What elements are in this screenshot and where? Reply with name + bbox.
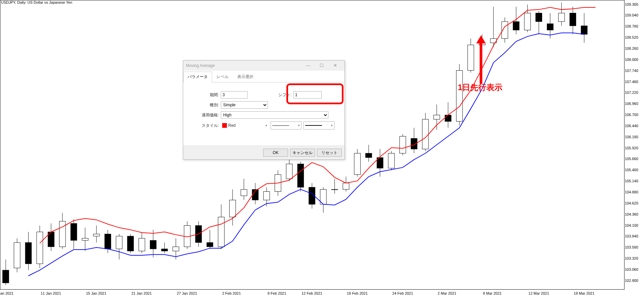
method-label: 種別: bbox=[190, 102, 219, 108]
svg-rect-79 bbox=[445, 115, 451, 121]
shift-highlight bbox=[286, 83, 344, 104]
svg-rect-101 bbox=[570, 13, 576, 26]
svg-rect-5 bbox=[25, 243, 32, 264]
y-axis: 109.300109.040108.780108.520108.260108.0… bbox=[625, 0, 644, 290]
period-input[interactable] bbox=[221, 91, 248, 99]
line-style-select[interactable]: ▾ bbox=[271, 121, 301, 129]
svg-rect-15 bbox=[82, 238, 88, 240]
svg-rect-97 bbox=[547, 24, 554, 30]
svg-rect-1 bbox=[3, 270, 9, 283]
svg-rect-37 bbox=[207, 243, 213, 247]
svg-rect-83 bbox=[468, 45, 474, 71]
svg-rect-75 bbox=[422, 119, 429, 149]
svg-rect-81 bbox=[456, 70, 463, 121]
apply-label: 適用価格: bbox=[190, 112, 219, 118]
lead-arrow-icon bbox=[476, 35, 486, 84]
svg-rect-41 bbox=[230, 200, 236, 217]
svg-rect-19 bbox=[105, 234, 111, 249]
close-icon[interactable]: ✕ bbox=[328, 61, 342, 71]
svg-rect-71 bbox=[400, 136, 406, 153]
svg-rect-95 bbox=[536, 13, 542, 22]
svg-rect-53 bbox=[297, 164, 304, 187]
svg-rect-7 bbox=[37, 232, 43, 264]
dialog-title: Moving Average bbox=[186, 61, 301, 71]
svg-rect-43 bbox=[241, 189, 247, 196]
svg-rect-21 bbox=[116, 236, 122, 249]
lead-arrow-label: 1日先行表示 bbox=[458, 82, 502, 93]
period-label: 期間: bbox=[190, 92, 219, 98]
moving-average-dialog: Moving Average — ☐ ✕ パラメータ レベル 表示選択 期間: … bbox=[183, 60, 345, 160]
svg-rect-25 bbox=[139, 238, 145, 251]
svg-rect-23 bbox=[127, 236, 134, 251]
svg-rect-17 bbox=[93, 234, 100, 236]
reset-button[interactable]: リセット bbox=[317, 149, 342, 157]
svg-rect-27 bbox=[150, 240, 156, 249]
svg-rect-59 bbox=[331, 189, 338, 190]
svg-rect-31 bbox=[173, 247, 179, 251]
svg-rect-61 bbox=[343, 183, 349, 189]
apply-select[interactable]: High bbox=[221, 111, 328, 119]
svg-rect-3 bbox=[14, 243, 20, 268]
dialog-tabs: パラメータ レベル 表示選択 bbox=[183, 71, 345, 82]
svg-rect-65 bbox=[366, 153, 372, 158]
svg-rect-51 bbox=[286, 164, 292, 179]
svg-rect-39 bbox=[218, 217, 225, 247]
dialog-titlebar[interactable]: Moving Average — ☐ ✕ bbox=[183, 61, 345, 71]
svg-rect-103 bbox=[581, 26, 588, 34]
svg-rect-63 bbox=[354, 153, 361, 175]
svg-rect-93 bbox=[524, 13, 531, 30]
minimize-icon[interactable]: — bbox=[301, 61, 315, 71]
maximize-icon[interactable]: ☐ bbox=[315, 61, 328, 71]
chart-title: USDJPY, Daily: US Dollar vs Japanese Yen bbox=[1, 0, 72, 4]
svg-rect-77 bbox=[434, 115, 440, 119]
svg-rect-99 bbox=[558, 13, 565, 22]
tab-levels[interactable]: レベル bbox=[212, 72, 233, 82]
method-select[interactable]: Simple bbox=[221, 101, 268, 109]
svg-rect-29 bbox=[161, 249, 168, 251]
line-width-select[interactable]: ▾ bbox=[304, 121, 334, 129]
svg-rect-47 bbox=[264, 191, 270, 200]
tab-parameters[interactable]: パラメータ bbox=[183, 72, 212, 82]
svg-rect-11 bbox=[59, 221, 66, 247]
ok-button[interactable]: OK bbox=[263, 149, 288, 157]
svg-rect-91 bbox=[513, 22, 519, 30]
color-name: Red bbox=[228, 123, 236, 128]
cancel-button[interactable]: キャンセル bbox=[290, 149, 315, 157]
x-axis: 5 Jan 202111 Jan 202115 Jan 202121 Jan 2… bbox=[0, 290, 625, 297]
svg-rect-69 bbox=[388, 153, 395, 168]
style-label: スタイル: bbox=[190, 123, 219, 128]
color-select[interactable]: Red ▾ bbox=[221, 123, 269, 128]
color-swatch-icon bbox=[222, 123, 227, 128]
tab-display[interactable]: 表示選択 bbox=[233, 72, 258, 82]
svg-rect-13 bbox=[71, 223, 77, 240]
